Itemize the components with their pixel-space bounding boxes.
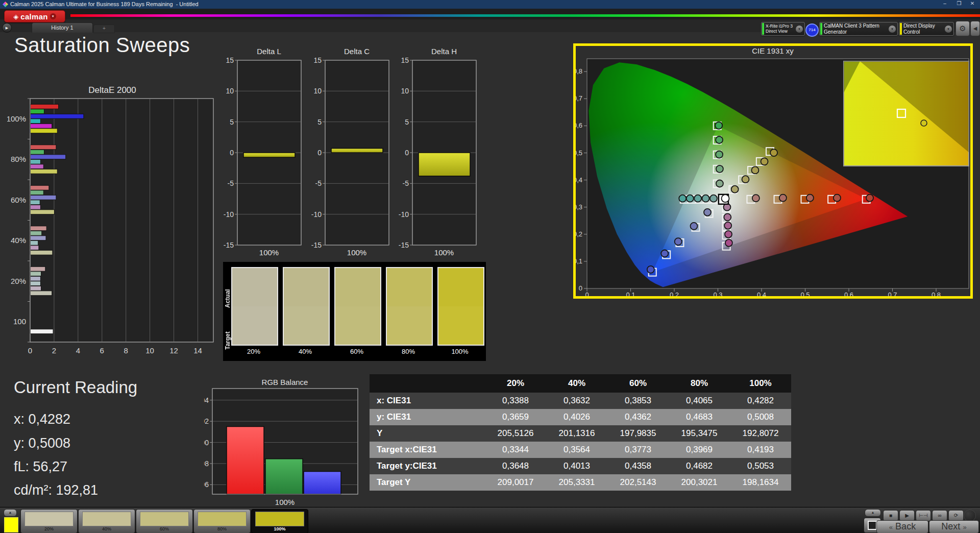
expand-transport-button[interactable]: ▲ <box>865 509 881 517</box>
restore-button[interactable]: ❐ <box>953 1 965 8</box>
patch-label: 60% <box>136 526 192 531</box>
spectrum-strip <box>70 14 980 17</box>
svg-text:-15: -15 <box>399 241 409 249</box>
cie-measured-green <box>715 122 722 129</box>
calman-logo-button[interactable]: ◈ calman ▼ <box>4 10 65 22</box>
patch-button-60%[interactable]: 60% <box>136 509 193 533</box>
svg-text:12: 12 <box>169 346 178 355</box>
target-swatch <box>387 306 432 345</box>
deltae-bar <box>31 185 49 190</box>
close-button[interactable]: ✕ <box>967 1 978 8</box>
deltae-bar <box>31 236 46 240</box>
collapse-panel-button[interactable]: ◀ <box>970 21 980 36</box>
patch-label: 20% <box>21 526 77 531</box>
loop-button[interactable]: ∞ <box>932 510 947 521</box>
cie-measured-red <box>752 195 760 202</box>
meter-count-badge[interactable]: 714 <box>805 23 819 37</box>
svg-text:15: 15 <box>313 56 322 64</box>
table-cell: 0,3344 <box>485 442 546 458</box>
svg-text:100: 100 <box>204 439 209 447</box>
delta-c-chart: Delta C151050-5-10-15100% <box>307 46 394 260</box>
current-reading-value: cd/m²: 192,81 <box>14 482 98 498</box>
patch-button-100%[interactable]: 100% <box>251 509 308 533</box>
patch-color-chip <box>198 512 247 526</box>
swatch-compare-40% <box>283 267 330 346</box>
range-button[interactable]: ⊢⊣ <box>916 510 931 521</box>
display-control-dropdown[interactable]: Direct Display Control ▼ <box>899 22 954 36</box>
delta-l-chart: Delta L151050-5-10-15100% <box>219 46 306 260</box>
patch-color-chip <box>82 512 131 526</box>
svg-text:RGB Balance: RGB Balance <box>262 378 308 386</box>
patch-button-80%[interactable]: 80% <box>193 509 251 533</box>
display-chevron-icon: ▼ <box>945 26 952 33</box>
add-tab-button[interactable]: + <box>93 25 115 33</box>
meter-chevron-icon: ▼ <box>796 26 803 33</box>
table-cell: 198,1634 <box>730 474 791 491</box>
next-label: Next <box>941 521 960 531</box>
expand-swatch-panel-button[interactable]: ▲ <box>4 509 17 517</box>
table-cell: 0,3969 <box>669 442 730 458</box>
svg-text:100%: 100% <box>275 498 295 506</box>
svg-text:10: 10 <box>226 87 234 95</box>
cie-measured-blue <box>647 266 654 273</box>
target-swatch <box>284 306 329 345</box>
cie-measured-yellow <box>751 166 758 174</box>
tab-scroll-button[interactable]: ▶ <box>2 23 12 33</box>
current-reading-value: y: 0,5008 <box>14 435 70 451</box>
svg-text:80%: 80% <box>11 155 26 163</box>
cie-measured-yellow <box>761 158 768 165</box>
tab-history-1[interactable]: History 1 <box>32 22 93 33</box>
gear-icon: ⚙ <box>959 24 966 33</box>
cie-measured-cyan <box>694 195 701 202</box>
actual-row-label: Actual <box>224 271 231 308</box>
deltae-bar <box>31 169 58 174</box>
deltae-bar <box>31 286 41 290</box>
deltae-bar <box>31 291 52 296</box>
back-button[interactable]: « Back <box>876 520 928 533</box>
minimize-button[interactable]: – <box>939 1 950 8</box>
table-cell: 197,9835 <box>607 425 669 442</box>
table-row-label: y: CIE31 <box>370 409 485 425</box>
delta-bar <box>419 153 470 176</box>
rgb-bar-red <box>227 427 264 494</box>
svg-text:-10: -10 <box>224 210 234 219</box>
bottom-toolbar: ▲ 20%40%60%80%100% ▲ ■▶⊢⊣∞⟳ « Back Next … <box>0 507 980 533</box>
patch-button-20%[interactable]: 20% <box>20 509 78 533</box>
next-button[interactable]: Next » <box>929 520 979 533</box>
saturation-swatch-panel: Actual Target 20%40%60%80%100% <box>223 262 486 361</box>
calman-diamond-icon: ◈ <box>13 13 18 20</box>
settings-button[interactable]: ⚙ <box>955 21 970 36</box>
table-row: Target x:CIE310,33440,35640,37730,39690,… <box>370 442 791 458</box>
refresh-button[interactable]: ⟳ <box>948 510 964 521</box>
table-cell: 0,3564 <box>546 442 607 458</box>
pattern-generator-dropdown[interactable]: CalMAN Client 3 Pattern Generator ▼ <box>819 22 898 36</box>
patch-label: 100% <box>252 526 308 531</box>
deltae2000-chart: DeltaE 200002468101214100%80%60%40%20%10… <box>7 82 222 360</box>
play-button[interactable]: ▶ <box>899 510 915 521</box>
cie-measured-magenta <box>725 239 732 247</box>
svg-text:10: 10 <box>313 87 322 95</box>
title-bar: Calman 2025 Calman Ultimate for Business… <box>0 0 980 9</box>
table-cell: 192,8072 <box>730 425 791 442</box>
current-reading-title: Current Reading <box>14 378 137 397</box>
svg-text:10: 10 <box>401 87 409 95</box>
svg-text:98: 98 <box>204 459 209 468</box>
rgb-bar-blue <box>304 471 341 494</box>
deltae-bar <box>31 329 54 334</box>
deltae-bar <box>31 281 41 286</box>
back-label: Back <box>895 521 916 531</box>
cie-measured-yellow <box>770 149 777 156</box>
deltae-bar <box>31 246 39 250</box>
table-row-label: x: CIE31 <box>370 393 485 409</box>
svg-text:-5: -5 <box>315 179 322 187</box>
stop-button[interactable]: ■ <box>883 510 898 521</box>
cie-measured-cyan <box>687 195 694 202</box>
cie-whitepoint-measured <box>722 195 729 202</box>
patch-button-40%[interactable]: 40% <box>78 509 135 533</box>
cie-measured-red <box>834 195 841 202</box>
target-swatch <box>232 306 277 345</box>
meter-dropdown[interactable]: X-Rite i1Pro 3 Direct View ▼ <box>761 22 805 36</box>
svg-text:8: 8 <box>124 346 128 355</box>
table-cell: 0,5053 <box>730 458 791 474</box>
tab-scroll-icon: ▶ <box>6 26 8 30</box>
